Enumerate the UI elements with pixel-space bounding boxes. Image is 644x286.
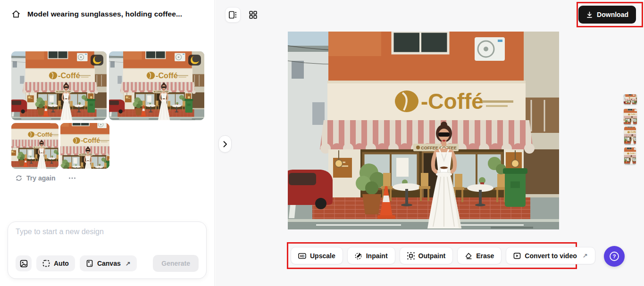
canvas-icon bbox=[86, 260, 93, 267]
result-thumbnail-4[interactable] bbox=[60, 123, 109, 169]
upscale-label: Upscale bbox=[310, 252, 335, 260]
hd-icon: HD bbox=[298, 252, 306, 260]
add-image-button[interactable] bbox=[16, 255, 32, 271]
filmstrip-thumbnail-3[interactable] bbox=[624, 127, 636, 145]
video-play-icon bbox=[513, 252, 521, 260]
main-canvas-area: Download HD Upscale Inpaint bbox=[215, 0, 644, 286]
single-view-icon bbox=[229, 11, 237, 19]
result-thumbnail-3[interactable] bbox=[11, 123, 59, 169]
outpaint-expand-icon bbox=[407, 252, 415, 260]
inpaint-brush-icon bbox=[355, 252, 362, 260]
generate-button[interactable]: Generate bbox=[153, 255, 199, 272]
more-dots-icon bbox=[68, 177, 76, 180]
grid-view-icon bbox=[249, 11, 257, 19]
filmstrip-thumbnail-4[interactable] bbox=[624, 147, 636, 164]
upscale-button[interactable]: HD Upscale bbox=[291, 247, 343, 264]
expand-panel-button[interactable] bbox=[218, 135, 232, 153]
more-options-button[interactable] bbox=[68, 177, 76, 180]
left-panel: Model wearing sunglasses, holding coffee… bbox=[0, 0, 215, 286]
single-view-toggle[interactable] bbox=[225, 7, 241, 23]
convert-to-video-button[interactable]: Convert to video ↗ bbox=[506, 247, 595, 264]
chevron-right-icon bbox=[223, 141, 227, 147]
home-icon[interactable] bbox=[11, 9, 21, 19]
design-title: Model wearing sunglasses, holding coffee… bbox=[27, 10, 182, 18]
image-icon bbox=[20, 260, 28, 268]
result-thumbnail-2[interactable] bbox=[109, 51, 204, 120]
canvas-label: Canvas bbox=[97, 260, 121, 267]
aspect-ratio-auto-button[interactable]: Auto bbox=[36, 255, 75, 271]
outpaint-label: Outpaint bbox=[418, 252, 446, 260]
prompt-toolbar: Auto Canvas ↗ Generate bbox=[16, 255, 199, 272]
prompt-card: Auto Canvas ↗ Generate bbox=[8, 221, 207, 279]
results-footer: Try again bbox=[15, 174, 76, 182]
external-link-icon: ↗ bbox=[583, 252, 588, 259]
image-actions-toolbar: HD Upscale Inpaint Outpaint bbox=[291, 247, 595, 264]
crop-marquee-icon bbox=[42, 260, 50, 267]
banana-model-badge bbox=[91, 55, 103, 65]
help-button[interactable]: ? bbox=[604, 246, 625, 267]
outpaint-button[interactable]: Outpaint bbox=[400, 247, 453, 264]
canvas-button[interactable]: Canvas ↗ bbox=[80, 255, 137, 271]
result-thumbnail-1[interactable] bbox=[11, 51, 107, 120]
external-link-icon: ↗ bbox=[125, 260, 131, 267]
svg-text:?: ? bbox=[612, 253, 616, 259]
help-question-icon: ? bbox=[609, 251, 620, 262]
erase-label: Erase bbox=[476, 252, 494, 260]
grid-view-toggle[interactable] bbox=[245, 7, 261, 23]
selected-image-preview[interactable] bbox=[288, 32, 559, 229]
download-icon bbox=[586, 11, 593, 18]
erase-button[interactable]: Erase bbox=[457, 247, 502, 264]
try-again-label: Try again bbox=[26, 174, 55, 182]
convert-to-video-label: Convert to video bbox=[525, 252, 577, 260]
auto-label: Auto bbox=[54, 260, 69, 267]
inpaint-label: Inpaint bbox=[366, 252, 388, 260]
refresh-icon bbox=[15, 174, 23, 182]
download-button[interactable]: Download bbox=[578, 6, 636, 24]
prompt-input[interactable] bbox=[16, 228, 200, 248]
eraser-icon bbox=[465, 252, 472, 260]
filmstrip-thumbnail-2[interactable] bbox=[624, 109, 637, 125]
download-label: Download bbox=[597, 11, 628, 18]
inpaint-button[interactable]: Inpaint bbox=[347, 247, 395, 264]
filmstrip-thumbnail-1[interactable] bbox=[624, 94, 637, 105]
svg-text:HD: HD bbox=[300, 254, 305, 257]
try-again-button[interactable]: Try again bbox=[15, 174, 55, 182]
left-panel-header: Model wearing sunglasses, holding coffee… bbox=[11, 9, 182, 19]
banana-model-badge bbox=[188, 55, 201, 65]
